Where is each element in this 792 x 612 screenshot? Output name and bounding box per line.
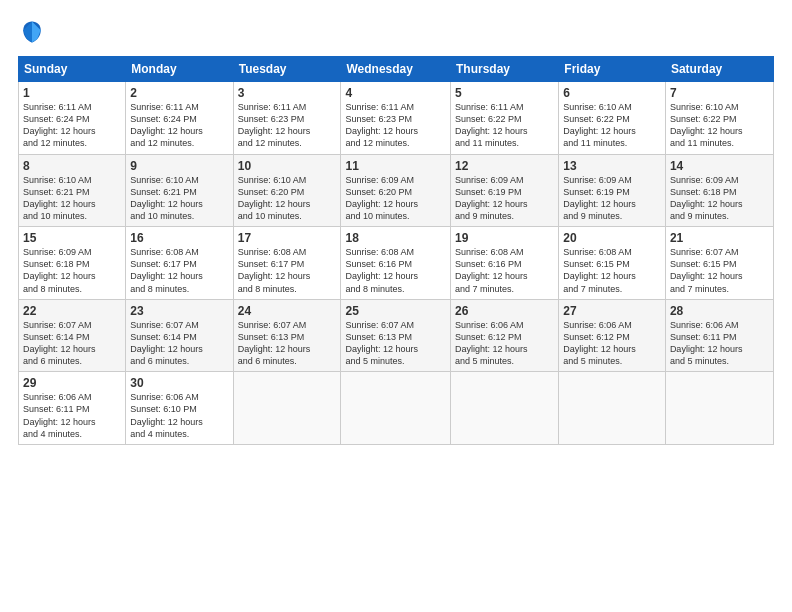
day-cell: 4Sunrise: 6:11 AM Sunset: 6:23 PM Daylig…	[341, 82, 451, 155]
day-number: 1	[23, 86, 121, 100]
day-number: 6	[563, 86, 661, 100]
day-number: 25	[345, 304, 446, 318]
day-cell: 30Sunrise: 6:06 AM Sunset: 6:10 PM Dayli…	[126, 372, 233, 445]
day-number: 16	[130, 231, 228, 245]
day-number: 11	[345, 159, 446, 173]
calendar-table: SundayMondayTuesdayWednesdayThursdayFrid…	[18, 56, 774, 445]
day-info: Sunrise: 6:11 AM Sunset: 6:23 PM Dayligh…	[238, 101, 337, 150]
day-cell: 17Sunrise: 6:08 AM Sunset: 6:17 PM Dayli…	[233, 227, 341, 300]
day-info: Sunrise: 6:10 AM Sunset: 6:22 PM Dayligh…	[670, 101, 769, 150]
day-number: 23	[130, 304, 228, 318]
day-number: 13	[563, 159, 661, 173]
day-cell: 7Sunrise: 6:10 AM Sunset: 6:22 PM Daylig…	[665, 82, 773, 155]
day-info: Sunrise: 6:07 AM Sunset: 6:14 PM Dayligh…	[130, 319, 228, 368]
header-friday: Friday	[559, 57, 666, 82]
day-cell: 18Sunrise: 6:08 AM Sunset: 6:16 PM Dayli…	[341, 227, 451, 300]
day-number: 4	[345, 86, 446, 100]
day-number: 20	[563, 231, 661, 245]
day-number: 12	[455, 159, 554, 173]
day-cell: 9Sunrise: 6:10 AM Sunset: 6:21 PM Daylig…	[126, 154, 233, 227]
day-cell: 20Sunrise: 6:08 AM Sunset: 6:15 PM Dayli…	[559, 227, 666, 300]
day-number: 15	[23, 231, 121, 245]
day-cell: 16Sunrise: 6:08 AM Sunset: 6:17 PM Dayli…	[126, 227, 233, 300]
day-info: Sunrise: 6:06 AM Sunset: 6:12 PM Dayligh…	[563, 319, 661, 368]
day-number: 14	[670, 159, 769, 173]
day-number: 30	[130, 376, 228, 390]
day-cell: 19Sunrise: 6:08 AM Sunset: 6:16 PM Dayli…	[451, 227, 559, 300]
week-row-3: 15Sunrise: 6:09 AM Sunset: 6:18 PM Dayli…	[19, 227, 774, 300]
header-thursday: Thursday	[451, 57, 559, 82]
day-number: 7	[670, 86, 769, 100]
day-cell: 25Sunrise: 6:07 AM Sunset: 6:13 PM Dayli…	[341, 299, 451, 372]
day-cell: 21Sunrise: 6:07 AM Sunset: 6:15 PM Dayli…	[665, 227, 773, 300]
day-cell: 22Sunrise: 6:07 AM Sunset: 6:14 PM Dayli…	[19, 299, 126, 372]
header-tuesday: Tuesday	[233, 57, 341, 82]
day-cell: 14Sunrise: 6:09 AM Sunset: 6:18 PM Dayli…	[665, 154, 773, 227]
week-row-4: 22Sunrise: 6:07 AM Sunset: 6:14 PM Dayli…	[19, 299, 774, 372]
day-cell: 24Sunrise: 6:07 AM Sunset: 6:13 PM Dayli…	[233, 299, 341, 372]
day-info: Sunrise: 6:07 AM Sunset: 6:13 PM Dayligh…	[345, 319, 446, 368]
header-row: SundayMondayTuesdayWednesdayThursdayFrid…	[19, 57, 774, 82]
day-info: Sunrise: 6:06 AM Sunset: 6:10 PM Dayligh…	[130, 391, 228, 440]
day-info: Sunrise: 6:06 AM Sunset: 6:11 PM Dayligh…	[23, 391, 121, 440]
day-info: Sunrise: 6:10 AM Sunset: 6:20 PM Dayligh…	[238, 174, 337, 223]
day-number: 19	[455, 231, 554, 245]
day-info: Sunrise: 6:09 AM Sunset: 6:19 PM Dayligh…	[563, 174, 661, 223]
week-row-2: 8Sunrise: 6:10 AM Sunset: 6:21 PM Daylig…	[19, 154, 774, 227]
day-info: Sunrise: 6:07 AM Sunset: 6:13 PM Dayligh…	[238, 319, 337, 368]
day-number: 17	[238, 231, 337, 245]
day-info: Sunrise: 6:06 AM Sunset: 6:11 PM Dayligh…	[670, 319, 769, 368]
day-info: Sunrise: 6:11 AM Sunset: 6:23 PM Dayligh…	[345, 101, 446, 150]
day-cell: 10Sunrise: 6:10 AM Sunset: 6:20 PM Dayli…	[233, 154, 341, 227]
day-cell: 6Sunrise: 6:10 AM Sunset: 6:22 PM Daylig…	[559, 82, 666, 155]
header	[18, 18, 774, 46]
day-cell: 27Sunrise: 6:06 AM Sunset: 6:12 PM Dayli…	[559, 299, 666, 372]
day-number: 5	[455, 86, 554, 100]
day-number: 21	[670, 231, 769, 245]
day-cell: 29Sunrise: 6:06 AM Sunset: 6:11 PM Dayli…	[19, 372, 126, 445]
day-cell: 23Sunrise: 6:07 AM Sunset: 6:14 PM Dayli…	[126, 299, 233, 372]
day-cell	[559, 372, 666, 445]
day-info: Sunrise: 6:07 AM Sunset: 6:14 PM Dayligh…	[23, 319, 121, 368]
day-number: 8	[23, 159, 121, 173]
header-wednesday: Wednesday	[341, 57, 451, 82]
day-cell: 8Sunrise: 6:10 AM Sunset: 6:21 PM Daylig…	[19, 154, 126, 227]
day-cell: 13Sunrise: 6:09 AM Sunset: 6:19 PM Dayli…	[559, 154, 666, 227]
week-row-1: 1Sunrise: 6:11 AM Sunset: 6:24 PM Daylig…	[19, 82, 774, 155]
day-info: Sunrise: 6:08 AM Sunset: 6:15 PM Dayligh…	[563, 246, 661, 295]
day-info: Sunrise: 6:09 AM Sunset: 6:19 PM Dayligh…	[455, 174, 554, 223]
logo	[18, 18, 50, 46]
day-info: Sunrise: 6:08 AM Sunset: 6:16 PM Dayligh…	[455, 246, 554, 295]
day-number: 29	[23, 376, 121, 390]
day-cell: 12Sunrise: 6:09 AM Sunset: 6:19 PM Dayli…	[451, 154, 559, 227]
day-number: 22	[23, 304, 121, 318]
day-cell: 11Sunrise: 6:09 AM Sunset: 6:20 PM Dayli…	[341, 154, 451, 227]
day-info: Sunrise: 6:06 AM Sunset: 6:12 PM Dayligh…	[455, 319, 554, 368]
day-cell	[665, 372, 773, 445]
day-info: Sunrise: 6:11 AM Sunset: 6:24 PM Dayligh…	[23, 101, 121, 150]
day-cell: 15Sunrise: 6:09 AM Sunset: 6:18 PM Dayli…	[19, 227, 126, 300]
day-number: 2	[130, 86, 228, 100]
day-info: Sunrise: 6:10 AM Sunset: 6:21 PM Dayligh…	[130, 174, 228, 223]
day-cell: 1Sunrise: 6:11 AM Sunset: 6:24 PM Daylig…	[19, 82, 126, 155]
day-cell: 2Sunrise: 6:11 AM Sunset: 6:24 PM Daylig…	[126, 82, 233, 155]
day-info: Sunrise: 6:10 AM Sunset: 6:22 PM Dayligh…	[563, 101, 661, 150]
day-cell	[341, 372, 451, 445]
header-sunday: Sunday	[19, 57, 126, 82]
day-info: Sunrise: 6:09 AM Sunset: 6:20 PM Dayligh…	[345, 174, 446, 223]
day-info: Sunrise: 6:09 AM Sunset: 6:18 PM Dayligh…	[23, 246, 121, 295]
day-number: 9	[130, 159, 228, 173]
day-info: Sunrise: 6:08 AM Sunset: 6:16 PM Dayligh…	[345, 246, 446, 295]
day-number: 24	[238, 304, 337, 318]
day-info: Sunrise: 6:11 AM Sunset: 6:22 PM Dayligh…	[455, 101, 554, 150]
day-cell: 3Sunrise: 6:11 AM Sunset: 6:23 PM Daylig…	[233, 82, 341, 155]
day-number: 10	[238, 159, 337, 173]
week-row-5: 29Sunrise: 6:06 AM Sunset: 6:11 PM Dayli…	[19, 372, 774, 445]
day-cell: 26Sunrise: 6:06 AM Sunset: 6:12 PM Dayli…	[451, 299, 559, 372]
day-info: Sunrise: 6:07 AM Sunset: 6:15 PM Dayligh…	[670, 246, 769, 295]
day-info: Sunrise: 6:11 AM Sunset: 6:24 PM Dayligh…	[130, 101, 228, 150]
logo-icon	[18, 18, 46, 46]
day-number: 28	[670, 304, 769, 318]
day-number: 26	[455, 304, 554, 318]
day-cell: 5Sunrise: 6:11 AM Sunset: 6:22 PM Daylig…	[451, 82, 559, 155]
